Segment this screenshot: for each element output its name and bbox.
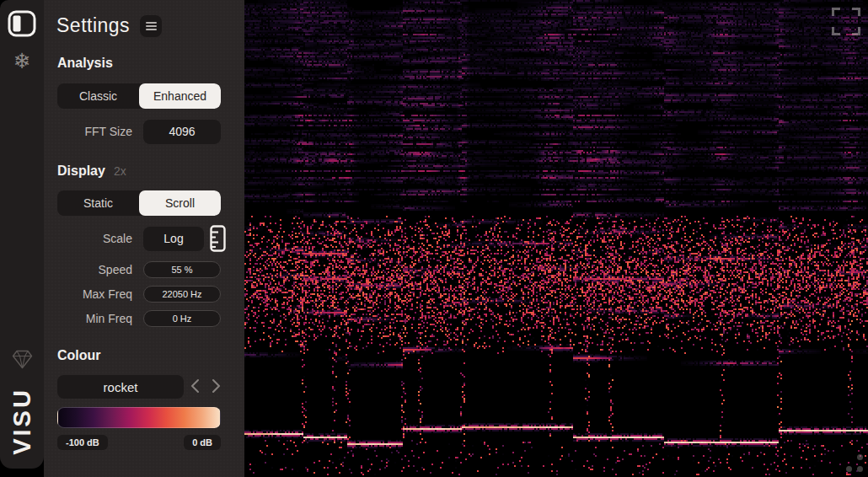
left-rail: ❄ VISU bbox=[0, 0, 44, 469]
corner-bracket bbox=[832, 8, 840, 16]
plugin-window: Settings Analysis Classic Enhanced FFT S… bbox=[0, 0, 868, 477]
spectrogram-canvas bbox=[244, 0, 868, 477]
max-freq-label: Max Freq bbox=[57, 287, 132, 301]
zoom-badge: 2x bbox=[114, 164, 126, 178]
spectrogram-display bbox=[244, 0, 868, 477]
scale-label: Scale bbox=[57, 232, 132, 245]
analysis-mode-classic[interactable]: Classic bbox=[57, 83, 139, 109]
range-min-badge[interactable]: -100 dB bbox=[57, 435, 108, 450]
display-mode-scroll[interactable]: Scroll bbox=[139, 190, 221, 216]
gem-icon[interactable] bbox=[11, 348, 33, 370]
fft-size-row: FFT Size 4096 bbox=[57, 119, 231, 144]
scale-value-button[interactable]: Log bbox=[143, 227, 204, 251]
min-freq-row: Min Freq 0 Hz bbox=[57, 309, 231, 328]
analysis-mode-enhanced[interactable]: Enhanced bbox=[139, 83, 221, 109]
fft-size-value[interactable]: 4096 bbox=[143, 120, 221, 144]
sidebar-toggle-icon[interactable] bbox=[8, 10, 36, 37]
min-freq-value[interactable]: 0 Hz bbox=[143, 310, 221, 327]
grip-dot bbox=[857, 454, 863, 460]
grip-dot bbox=[857, 466, 863, 472]
max-freq-value[interactable]: 22050 Hz bbox=[143, 286, 221, 303]
resize-grip[interactable] bbox=[845, 454, 864, 473]
range-max-badge[interactable]: 0 dB bbox=[184, 435, 221, 450]
display-mode-toggle: Static Scroll bbox=[57, 190, 221, 216]
page-title: Settings bbox=[56, 14, 130, 37]
corner-bracket bbox=[832, 27, 840, 35]
scale-row: Scale Log bbox=[57, 226, 231, 251]
corner-bracket bbox=[852, 27, 860, 35]
colormap-gradient-bar bbox=[57, 407, 221, 428]
chevron-left-icon[interactable] bbox=[187, 377, 204, 397]
grip-dot bbox=[846, 466, 852, 472]
snowflake-icon[interactable]: ❄ bbox=[9, 47, 35, 74]
fullscreen-icon[interactable] bbox=[832, 8, 860, 35]
chevron-right-icon[interactable] bbox=[207, 377, 224, 397]
corner-bracket bbox=[852, 8, 860, 16]
display-heading: Display bbox=[57, 163, 105, 179]
analysis-heading: Analysis bbox=[57, 56, 113, 71]
settings-panel: Settings Analysis Classic Enhanced FFT S… bbox=[44, 0, 244, 477]
ruler-icon[interactable] bbox=[210, 225, 228, 252]
palette-select[interactable]: rocket bbox=[57, 375, 184, 399]
fft-size-label: FFT Size bbox=[57, 125, 132, 138]
min-freq-label: Min Freq bbox=[57, 312, 132, 325]
speed-value[interactable]: 55 % bbox=[143, 261, 221, 278]
max-freq-row: Max Freq 22050 Hz bbox=[57, 285, 231, 303]
speed-label: Speed bbox=[57, 263, 132, 276]
display-mode-static[interactable]: Static bbox=[57, 190, 139, 216]
analysis-mode-toggle: Classic Enhanced bbox=[57, 83, 221, 109]
colour-heading: Colour bbox=[57, 348, 101, 363]
hamburger-icon bbox=[146, 22, 157, 24]
speed-row: Speed 55 % bbox=[57, 260, 231, 279]
visu-logo: VISU bbox=[8, 385, 35, 458]
display-heading-row: Display 2x bbox=[57, 163, 126, 179]
hamburger-menu-button[interactable] bbox=[140, 15, 162, 37]
